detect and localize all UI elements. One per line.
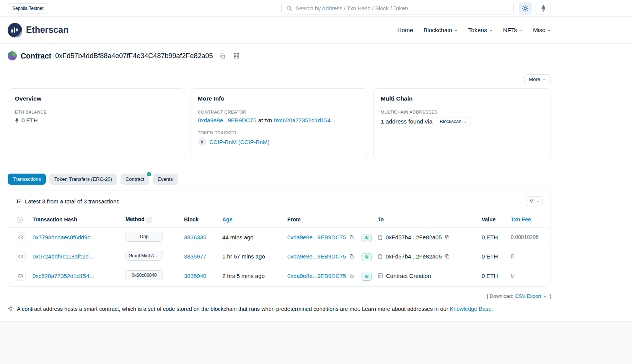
from-address-link[interactable]: 0xda9e8e...9EB9DC75 [287, 253, 346, 260]
csv-export-link[interactable]: CSV Export [515, 293, 547, 299]
verified-check-icon: ✓ [146, 171, 152, 177]
age-text: 2 hrs 5 mins ago [222, 273, 265, 279]
contract-file-icon [378, 234, 383, 240]
funnel-icon [529, 199, 534, 204]
token-tracker-link[interactable]: CCIP-BnM (CCIP-BnM) [209, 139, 270, 145]
nav-item-blockchain[interactable]: Blockchain [424, 27, 458, 34]
copy-icon[interactable] [349, 254, 354, 259]
bulb-icon [8, 305, 14, 312]
search-bar[interactable] [281, 2, 514, 15]
eth-balance-value: 0 ETH [21, 117, 38, 123]
column-header-from: From [287, 216, 362, 223]
etherscan-logo[interactable]: Etherscan [8, 23, 68, 37]
block-link[interactable]: 3835940 [184, 273, 206, 279]
sun-icon [522, 5, 529, 12]
copy-icon[interactable] [349, 273, 354, 278]
tab-events[interactable]: Events [153, 174, 178, 185]
help-icon[interactable]: ? [147, 217, 152, 223]
txn-hash-link[interactable]: 0x0724bdf9c118afc2d... [33, 253, 93, 260]
overview-card: Overview ETH BALANCE 0 ETH [8, 88, 185, 160]
etherscan-logo-icon [8, 23, 22, 37]
contract-creation-icon [378, 273, 383, 279]
txn-fee-text: 0.00010206 [511, 234, 539, 240]
contract-note: A contract address hosts a smart contrac… [8, 305, 551, 313]
sort-icon [16, 198, 21, 204]
search-icon [286, 5, 292, 11]
page-title: Contract 0xFd57b4ddBf88a4e07fF4e34C487b9… [8, 51, 551, 60]
chevron-down-icon [542, 78, 546, 81]
table-row: 0x7798dcdaec0f6dd9c... Drip 3836335 44 m… [8, 228, 551, 247]
avatar [8, 51, 17, 60]
knowledge-base-link[interactable]: Knowledge Base [450, 306, 492, 312]
copy-icon[interactable] [349, 235, 354, 240]
chevron-down-icon [536, 200, 539, 203]
txn-hash-link[interactable]: 0xc620a77352d1d154... [33, 273, 94, 279]
copy-icon[interactable] [445, 254, 450, 259]
creator-address-link[interactable]: 0xda9e8e...9EB9DC75 [198, 117, 256, 123]
txn-hash-link[interactable]: 0x7798dcdaec0f6dd9c... [33, 234, 95, 240]
direction-badge: IN [362, 253, 372, 261]
contract-file-icon [378, 253, 383, 260]
multichain-card-title: Multi Chain [381, 95, 544, 102]
from-address-link[interactable]: 0xda9e8e...9EB9DC75 [287, 273, 346, 279]
network-badge[interactable]: Sepolia Testnet [8, 3, 48, 13]
value-text: 0 ETH [482, 273, 498, 279]
tab-contract[interactable]: Contract ✓ [121, 174, 149, 185]
topbar: Sepolia Testnet [0, 0, 632, 17]
table-row: 0x0724bdf9c118afc2d... Grant Mint An... … [8, 247, 551, 266]
column-header-block: Block [184, 216, 222, 223]
age-text: 1 hr 57 mins ago [222, 253, 265, 260]
method-badge[interactable]: Grant Mint An... [125, 251, 163, 261]
nav-item-home[interactable]: Home [397, 27, 413, 34]
multichain-found-text: 1 address found via [381, 118, 432, 125]
theme-toggle-button[interactable] [519, 2, 532, 15]
search-input[interactable] [296, 5, 509, 11]
column-header-age[interactable]: Age [222, 216, 232, 223]
network-menu-button[interactable] [536, 2, 551, 15]
summary-cards: Overview ETH BALANCE 0 ETH More Info CON… [8, 88, 551, 160]
eye-preview-button[interactable] [16, 252, 26, 262]
eye-preview-button[interactable] [16, 232, 26, 242]
brand-name: Etherscan [26, 25, 68, 35]
help-icon[interactable]: ? [17, 217, 23, 223]
more-info-card-title: More Info [198, 95, 361, 102]
txn-fee-text: 0 [511, 253, 514, 259]
from-address-link[interactable]: 0xda9e8e...9EB9DC75 [287, 234, 346, 240]
chevron-down-icon [464, 120, 467, 124]
blockscan-dropdown[interactable]: Blockscan [436, 117, 471, 126]
qr-code-button[interactable] [232, 52, 241, 60]
filter-button[interactable] [526, 196, 543, 206]
tab-transactions[interactable]: Transactions [8, 174, 46, 185]
to-address: 0xFd57b4...2Fe82a05 [386, 253, 442, 260]
transactions-table-body: 0x7798dcdaec0f6dd9c... Drip 3836335 44 m… [8, 228, 551, 285]
at-txn-text: at txn [258, 117, 272, 123]
method-badge[interactable]: 0x60c06040 [125, 270, 163, 280]
nav-item-label: Tokens [468, 27, 487, 34]
block-link[interactable]: 3836335 [184, 234, 206, 240]
nav-item-tokens[interactable]: Tokens [468, 27, 493, 34]
eth-balance-label: ETH BALANCE [15, 110, 178, 114]
nav-item-misc[interactable]: Misc [533, 27, 551, 34]
column-header-method: Method? [125, 216, 184, 223]
ethereum-icon [541, 4, 546, 12]
download-suffix: ] [549, 293, 551, 299]
column-header-txn-fee[interactable]: Txn Fee [511, 216, 531, 223]
tab-label: Contract [125, 176, 144, 182]
method-badge[interactable]: Drip [125, 232, 163, 242]
more-button[interactable]: More [524, 74, 551, 84]
tab-label: Transactions [13, 176, 41, 182]
nav-item-nfts[interactable]: NFTs [503, 27, 523, 34]
contract-creator-label: CONTRACT CREATOR [198, 110, 361, 114]
copy-address-button[interactable] [218, 52, 227, 60]
copy-icon[interactable] [445, 235, 450, 240]
value-text: 0 ETH [482, 253, 498, 260]
tab-token-transfers-erc-20[interactable]: Token Transfers (ERC-20) [49, 174, 117, 185]
main-content: Contract 0xFd57b4ddBf88a4e07fF4e34C487b9… [8, 51, 551, 313]
eye-preview-button[interactable] [16, 271, 26, 281]
transactions-table-header: ? Transaction Hash Method? Block Age Fro… [8, 211, 551, 228]
block-link[interactable]: 3835977 [184, 253, 206, 260]
tab-label: Token Transfers (ERC-20) [54, 176, 112, 182]
contract-address: 0xFd57b4ddBf88a4e07fF4e34C487b99af2Fe82a… [55, 52, 213, 60]
chevron-down-icon [519, 29, 523, 32]
creation-txn-link[interactable]: 0xc620a77352d1d154... [274, 117, 335, 123]
